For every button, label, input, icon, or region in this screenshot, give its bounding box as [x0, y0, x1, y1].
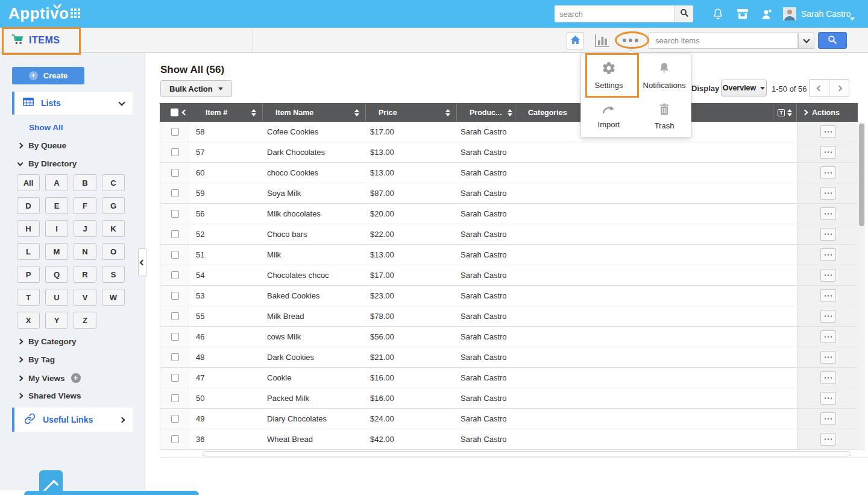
- row-checkbox[interactable]: [171, 394, 179, 402]
- directory-letter-button[interactable]: G: [102, 197, 125, 214]
- item-name-cell[interactable]: Cofee Cookies: [263, 122, 366, 142]
- row-checkbox[interactable]: [171, 435, 179, 443]
- chevron-left-icon[interactable]: [182, 110, 188, 116]
- items-search-button[interactable]: [818, 32, 847, 49]
- add-view-icon[interactable]: +: [71, 373, 81, 383]
- directory-letter-button[interactable]: R: [74, 266, 96, 283]
- row-actions-button[interactable]: [820, 392, 836, 405]
- item-name-cell[interactable]: Cookie: [263, 368, 366, 388]
- row-checkbox[interactable]: [171, 251, 179, 259]
- item-name-cell[interactable]: cows Milk: [263, 327, 366, 347]
- item-name-cell[interactable]: Milk: [263, 245, 366, 265]
- app-grid-icon[interactable]: [71, 8, 80, 18]
- item-name-cell[interactable]: Milk chocolates: [263, 204, 366, 224]
- item-name-cell[interactable]: Choco bars: [263, 224, 366, 244]
- directory-letter-button[interactable]: D: [17, 197, 40, 214]
- directory-letter-button[interactable]: C: [102, 174, 125, 191]
- footer-bar[interactable]: [24, 491, 199, 495]
- previous-page-button[interactable]: [809, 79, 829, 97]
- sort-icon[interactable]: [251, 109, 256, 116]
- directory-letter-button[interactable]: P: [17, 266, 40, 283]
- directory-letter-button[interactable]: J: [74, 220, 96, 237]
- item-name-cell[interactable]: Wheat Bread: [263, 429, 366, 449]
- directory-letter-button[interactable]: X: [17, 312, 40, 329]
- directory-letter-button[interactable]: I: [45, 220, 68, 237]
- sidebar-item-by-queue[interactable]: By Queue: [18, 141, 66, 150]
- row-actions-button[interactable]: [820, 412, 836, 425]
- column-header-item-number[interactable]: Item #: [189, 103, 263, 122]
- sort-icon[interactable]: [508, 109, 512, 116]
- row-checkbox[interactable]: [171, 374, 179, 382]
- app-title[interactable]: ITEMS: [29, 35, 60, 46]
- directory-letter-button[interactable]: W: [102, 289, 125, 306]
- user-avatar[interactable]: [783, 7, 796, 20]
- directory-letter-button[interactable]: Z: [74, 312, 96, 329]
- items-search-options-button[interactable]: [798, 33, 814, 49]
- directory-letter-button[interactable]: All: [17, 174, 40, 191]
- scrollbar-thumb[interactable]: [859, 124, 864, 226]
- column-filter-cell[interactable]: [773, 103, 797, 122]
- row-actions-button[interactable]: [820, 330, 836, 343]
- table-vertical-scrollbar[interactable]: [858, 122, 865, 450]
- row-checkbox[interactable]: [171, 292, 179, 300]
- create-button[interactable]: + Create: [12, 67, 84, 84]
- item-name-cell[interactable]: Dark Chocolates: [263, 142, 366, 162]
- sort-icon[interactable]: [787, 109, 792, 116]
- row-actions-button[interactable]: [820, 371, 836, 384]
- next-page-button[interactable]: [829, 79, 849, 97]
- sidebar-item-my-views[interactable]: My Views +: [18, 373, 81, 383]
- column-header-product[interactable]: Produc...: [457, 103, 515, 122]
- directory-letter-button[interactable]: Q: [45, 266, 68, 283]
- row-checkbox[interactable]: [171, 148, 179, 156]
- item-name-cell[interactable]: Diary Chocolates: [263, 409, 366, 429]
- sidebar-item-by-tag[interactable]: By Tag: [18, 355, 55, 364]
- sidebar-collapse-handle[interactable]: [138, 248, 146, 276]
- row-actions-button[interactable]: [820, 433, 836, 446]
- table-horizontal-scrollbar[interactable]: [203, 451, 851, 456]
- user-menu-caret-icon[interactable]: [850, 12, 855, 23]
- sort-icon[interactable]: [354, 109, 359, 116]
- row-actions-button[interactable]: [820, 351, 836, 364]
- column-header-actions[interactable]: Actions: [797, 103, 858, 122]
- item-name-cell[interactable]: Baked Cookies: [263, 286, 366, 306]
- directory-letter-button[interactable]: N: [74, 243, 96, 260]
- row-checkbox[interactable]: [171, 169, 179, 177]
- directory-letter-button[interactable]: F: [74, 197, 96, 214]
- display-mode-dropdown[interactable]: Overview: [721, 80, 767, 96]
- column-header-item-name[interactable]: Item Name: [263, 103, 366, 122]
- directory-letter-button[interactable]: O: [102, 243, 125, 260]
- row-checkbox[interactable]: [171, 333, 179, 341]
- row-checkbox[interactable]: [171, 415, 179, 423]
- directory-letter-button[interactable]: U: [45, 289, 68, 306]
- user-name[interactable]: Sarah Castro: [801, 9, 851, 19]
- directory-letter-button[interactable]: L: [17, 243, 40, 260]
- directory-letter-button[interactable]: B: [74, 174, 96, 191]
- sidebar-item-show-all[interactable]: Show All: [29, 123, 63, 132]
- row-actions-button[interactable]: [820, 248, 836, 261]
- reports-chart-icon[interactable]: [594, 34, 610, 50]
- sidebar-item-lists[interactable]: Lists: [12, 92, 133, 115]
- menu-item-notifications[interactable]: Notifications: [637, 54, 692, 96]
- item-name-cell[interactable]: Dark Cookies: [263, 347, 366, 367]
- row-actions-button[interactable]: [820, 228, 836, 241]
- directory-letter-button[interactable]: S: [102, 266, 125, 283]
- marketplace-store-icon[interactable]: [736, 8, 749, 22]
- sidebar-item-shared-views[interactable]: Shared Views: [18, 391, 81, 400]
- global-search-input[interactable]: [555, 5, 675, 22]
- row-checkbox[interactable]: [171, 210, 179, 218]
- row-checkbox[interactable]: [171, 271, 179, 279]
- home-button[interactable]: [567, 32, 584, 49]
- item-name-cell[interactable]: choco Cookies: [263, 163, 366, 183]
- user-status-icon[interactable]: [760, 8, 773, 24]
- sidebar-item-by-directory[interactable]: By Directory: [18, 159, 77, 168]
- row-checkbox[interactable]: [171, 128, 179, 136]
- filter-icon[interactable]: [778, 109, 785, 116]
- directory-letter-button[interactable]: V: [74, 289, 96, 306]
- directory-letter-button[interactable]: M: [45, 243, 68, 260]
- directory-letter-button[interactable]: T: [17, 289, 40, 306]
- row-checkbox[interactable]: [171, 353, 179, 361]
- menu-item-trash[interactable]: Trash: [637, 96, 692, 137]
- bulk-action-button[interactable]: Bulk Action: [160, 80, 232, 97]
- global-search-button[interactable]: [675, 5, 693, 22]
- item-name-cell[interactable]: Chocolates chcoc: [263, 265, 366, 285]
